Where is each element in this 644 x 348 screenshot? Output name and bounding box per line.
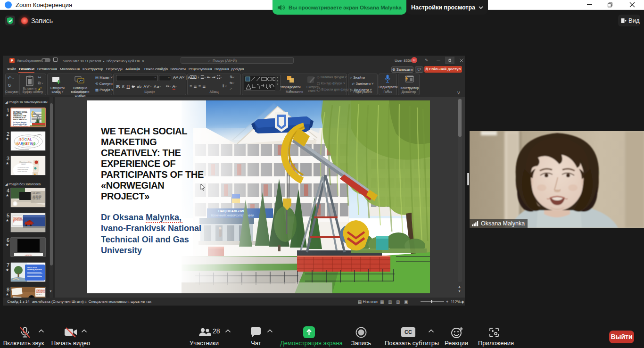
svg-text:MARKETING: MARKETING	[16, 142, 36, 145]
svg-text:ЦІЛЬ ЧИГРУ?..: ЦІЛЬ ЧИГРУ?..	[33, 192, 41, 194]
svg-text:МИМ ЛЕГКО?!: МИМ ЛЕГКО?!	[36, 291, 46, 293]
svg-text:• sjdhg ldfhg ldkfhgd: • sjdhg ldfhg ldkfhgd	[17, 169, 28, 170]
svg-text:лкйх длкفх: лкйх длкفх	[36, 294, 42, 295]
svg-text:Marketing important: Marketing important	[27, 269, 42, 271]
svg-text:lkdjfh lkdfjh dh: lkdjfh lkdfjh dh	[33, 198, 41, 200]
svg-text:PARTICIPANTS OF: PARTICIPANTS OF	[13, 119, 26, 121]
svg-text:• hludhg sjohgs dlghs: • hludhg sjohgs dlghs	[17, 167, 29, 168]
svg-text:▸ дивитись: ▸ дивитись	[25, 254, 33, 256]
svg-text:AIN'T WORTH: AIN'T WORTH	[13, 219, 23, 221]
svg-text:• dkjfhg lshgd dfhg: • dkjfhg lshgd dfhg	[17, 171, 27, 172]
svg-text:Technical Oil and Gas: Technical Oil and Gas	[13, 125, 28, 127]
svg-text:IT: IT	[13, 221, 15, 223]
svg-text:report:: report:	[21, 163, 26, 165]
svg-text:SOCIAL: SOCIAL	[19, 138, 32, 141]
